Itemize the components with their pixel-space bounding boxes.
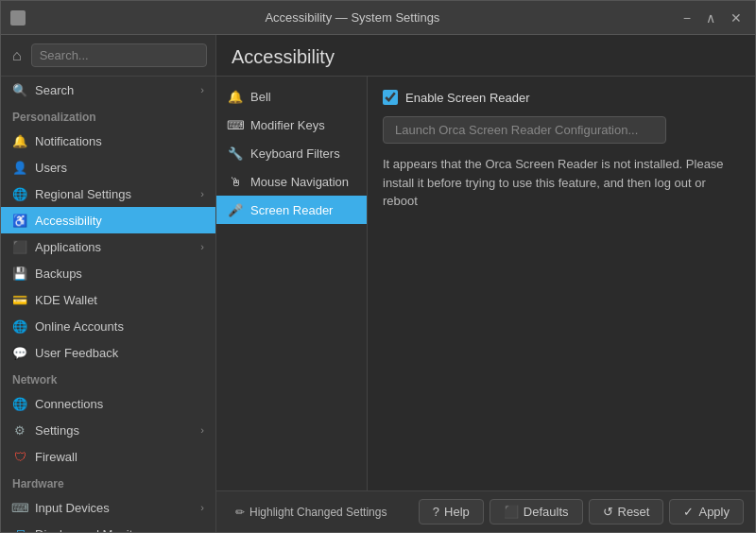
search-input[interactable] xyxy=(31,43,207,67)
sidebar-item-regional-settings[interactable]: 🌐 Regional Settings › xyxy=(1,181,215,207)
sidebar-item-settings-label: Settings xyxy=(35,423,79,438)
window-title: Accessibility — System Settings xyxy=(26,10,679,25)
enable-screen-reader-checkbox[interactable] xyxy=(383,90,398,105)
submenu-item-bell-label: Bell xyxy=(250,90,271,104)
defaults-icon: ⬛ xyxy=(504,505,519,519)
defaults-button[interactable]: ⬛ Defaults xyxy=(490,499,583,524)
regional-settings-icon: 🌐 xyxy=(12,186,27,201)
sidebar-top: ⌂ ☰ xyxy=(1,35,215,77)
reset-icon: ↺ xyxy=(603,505,613,519)
maximize-button[interactable]: ∧ xyxy=(702,9,719,27)
help-icon: ? xyxy=(433,505,439,519)
sidebar-item-accessibility-label: Accessibility xyxy=(35,214,102,228)
submenu-item-mouse-navigation[interactable]: 🖱 Mouse Navigation xyxy=(216,167,367,196)
screen-reader-icon: 🎤 xyxy=(228,202,243,217)
reset-button[interactable]: ↺ Reset xyxy=(589,499,664,524)
bottom-right: ? Help ⬛ Defaults ↺ Reset ✓ Apply xyxy=(419,499,744,524)
sidebar-item-firewall[interactable]: 🛡 Firewall xyxy=(1,443,215,470)
sidebar-item-settings[interactable]: ⚙ Settings › xyxy=(1,417,215,443)
apply-label: Apply xyxy=(698,505,730,519)
titlebar: Accessibility — System Settings − ∧ ✕ xyxy=(1,1,755,35)
bell-icon: 🔔 xyxy=(228,89,243,104)
main-layout: ⌂ ☰ 🔍 Search › Personalization 🔔 Notific… xyxy=(1,35,755,532)
users-icon: 👤 xyxy=(12,160,27,175)
submenu-item-keyboard-filters-label: Keyboard Filters xyxy=(250,146,340,161)
search-icon: 🔍 xyxy=(12,82,27,97)
main-window: Accessibility — System Settings − ∧ ✕ ⌂ … xyxy=(0,0,756,533)
input-devices-arrow-icon: › xyxy=(200,502,204,513)
firewall-icon: 🛡 xyxy=(12,449,27,464)
minimize-button[interactable]: − xyxy=(679,9,695,27)
sidebar-item-applications[interactable]: ⬛ Applications › xyxy=(1,233,215,260)
enable-screen-reader-label: Enable Screen Reader xyxy=(405,91,530,105)
launch-orca-button[interactable]: Launch Orca Screen Reader Configuration.… xyxy=(383,116,666,144)
page-title: Accessibility xyxy=(232,46,740,68)
notifications-icon: 🔔 xyxy=(12,133,27,148)
submenu: 🔔 Bell ⌨ Modifier Keys 🔧 Keyboard Filter… xyxy=(216,77,368,490)
user-feedback-icon: 💬 xyxy=(12,345,27,360)
window-icon xyxy=(10,10,26,26)
sidebar-item-user-feedback-label: User Feedback xyxy=(35,346,118,360)
input-devices-icon: ⌨ xyxy=(12,500,27,515)
highlight-icon: ✏ xyxy=(235,506,245,519)
sidebar-item-backups[interactable]: 💾 Backups xyxy=(1,260,215,286)
submenu-item-screen-reader-label: Screen Reader xyxy=(250,203,333,217)
network-header: Network xyxy=(1,366,215,390)
home-button[interactable]: ⌂ xyxy=(9,43,26,68)
bottom-left: ✏ Highlight Changed Settings xyxy=(228,502,394,523)
mouse-navigation-icon: 🖱 xyxy=(228,174,243,189)
submenu-item-modifier-keys[interactable]: ⌨ Modifier Keys xyxy=(216,111,367,139)
search-arrow-icon: › xyxy=(200,84,204,95)
sidebar-item-accessibility[interactable]: ♿ Accessibility xyxy=(1,207,215,233)
sidebar: ⌂ ☰ 🔍 Search › Personalization 🔔 Notific… xyxy=(1,35,216,532)
sidebar-item-user-feedback[interactable]: 💬 User Feedback xyxy=(1,339,215,366)
sidebar-item-kde-wallet-label: KDE Wallet xyxy=(35,293,97,307)
connections-icon: 🌐 xyxy=(12,396,27,411)
submenu-item-screen-reader[interactable]: 🎤 Screen Reader xyxy=(216,196,367,224)
highlight-changed-settings-label: Highlight Changed Settings xyxy=(249,506,387,519)
sidebar-item-connections[interactable]: 🌐 Connections xyxy=(1,390,215,417)
sidebar-item-search[interactable]: 🔍 Search › xyxy=(1,77,215,103)
help-label: Help xyxy=(444,505,470,519)
sidebar-item-search-label: Search xyxy=(35,83,74,97)
sidebar-item-notifications[interactable]: 🔔 Notifications xyxy=(1,128,215,154)
sidebar-item-online-accounts[interactable]: 🌐 Online Accounts xyxy=(1,313,215,339)
sidebar-item-online-accounts-label: Online Accounts xyxy=(35,319,124,334)
hardware-header: Hardware xyxy=(1,470,215,494)
sidebar-item-regional-label: Regional Settings xyxy=(35,187,131,201)
applications-arrow-icon: › xyxy=(200,241,204,252)
defaults-label: Defaults xyxy=(524,505,569,519)
sidebar-item-applications-label: Applications xyxy=(35,240,101,254)
reset-label: Reset xyxy=(618,505,650,519)
modifier-keys-icon: ⌨ xyxy=(228,117,243,132)
online-accounts-icon: 🌐 xyxy=(12,318,27,334)
settings-arrow-icon: › xyxy=(200,424,204,436)
kde-wallet-icon: 💳 xyxy=(12,292,27,307)
content-header: Accessibility xyxy=(216,35,755,77)
content-body: 🔔 Bell ⌨ Modifier Keys 🔧 Keyboard Filter… xyxy=(216,77,755,490)
help-button[interactable]: ? Help xyxy=(419,499,484,524)
submenu-item-bell[interactable]: 🔔 Bell xyxy=(216,82,367,111)
sidebar-item-input-devices-label: Input Devices xyxy=(35,501,110,515)
sidebar-item-users-label: Users xyxy=(35,161,67,175)
settings-icon: ⚙ xyxy=(12,422,27,438)
enable-screen-reader-row: Enable Screen Reader xyxy=(383,90,740,105)
submenu-item-mouse-navigation-label: Mouse Navigation xyxy=(250,175,349,189)
window-controls: − ∧ ✕ xyxy=(679,9,746,27)
sidebar-item-backups-label: Backups xyxy=(35,266,82,281)
bottom-bar: ✏ Highlight Changed Settings ? Help ⬛ De… xyxy=(216,490,755,532)
sidebar-item-display-monitor[interactable]: 🖥 Display and Monitor › xyxy=(1,521,215,532)
backups-icon: 💾 xyxy=(12,266,27,281)
highlight-changed-settings-button[interactable]: ✏ Highlight Changed Settings xyxy=(228,502,394,523)
display-monitor-arrow-icon: › xyxy=(200,528,204,532)
submenu-item-keyboard-filters[interactable]: 🔧 Keyboard Filters xyxy=(216,139,367,167)
applications-icon: ⬛ xyxy=(12,239,27,254)
sidebar-item-kde-wallet[interactable]: 💳 KDE Wallet xyxy=(1,286,215,313)
info-text: It appears that the Orca Screen Reader i… xyxy=(383,155,740,211)
content-area: Accessibility 🔔 Bell ⌨ Modifier Keys 🔧 xyxy=(216,35,755,532)
apply-button[interactable]: ✓ Apply xyxy=(669,499,744,524)
sidebar-item-users[interactable]: 👤 Users xyxy=(1,154,215,181)
close-button[interactable]: ✕ xyxy=(727,9,746,27)
sidebar-item-input-devices[interactable]: ⌨ Input Devices › xyxy=(1,494,215,521)
display-monitor-icon: 🖥 xyxy=(12,526,27,532)
